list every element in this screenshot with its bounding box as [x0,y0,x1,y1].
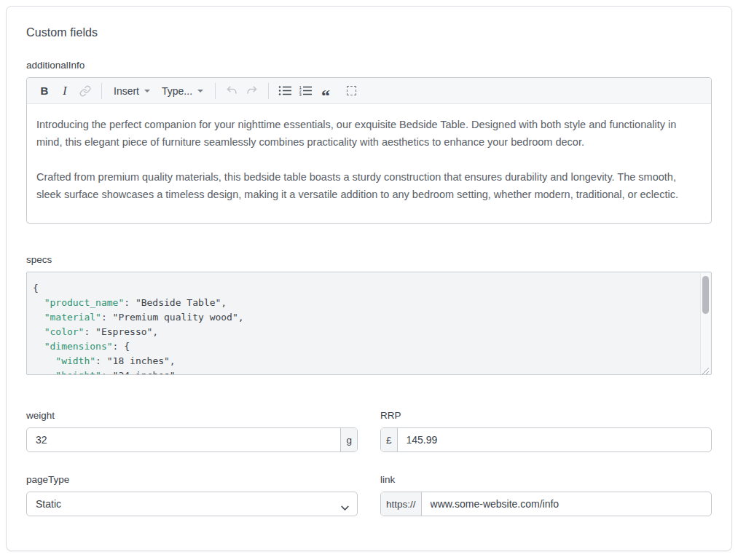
rrp-field: RRP £ [380,410,712,452]
type-dropdown[interactable]: Type... [156,82,209,100]
page-type-label: pageType [26,474,358,485]
italic-button[interactable]: I [55,82,74,100]
editor-paragraph: Crafted from premium quality materials, … [36,168,702,203]
type-dropdown-label: Type... [162,85,192,97]
link-input[interactable] [422,492,711,516]
link-label: link [380,474,712,485]
block-format-button[interactable] [342,82,361,100]
chevron-down-icon [144,90,150,92]
custom-fields-card: Custom fields additionalInfo B I Insert … [6,6,732,551]
code-line: "product_name": "Bedside Table", [33,296,695,310]
additional-info-section: additionalInfo B I Insert Type... [26,60,712,224]
page-title: Custom fields [26,26,712,39]
toolbar-divider [268,83,269,99]
resize-grip[interactable] [702,365,710,373]
specs-label: specs [26,254,712,265]
weight-unit-suffix: g [340,428,357,451]
rrp-input-group: £ [380,427,712,452]
code-line: "width": "18 inches", [33,354,695,368]
blockquote-icon: “ [321,83,330,99]
rich-text-editor: B I Insert Type... [26,77,712,224]
weight-label: weight [26,410,358,421]
editor-paragraph: Introducing the perfect companion for yo… [36,116,702,151]
insert-dropdown[interactable]: Insert [108,82,156,100]
insert-dropdown-label: Insert [114,85,139,97]
page-type-select-wrap: Static [26,492,358,516]
bold-button[interactable]: B [35,82,54,100]
weight-field: weight g [26,410,358,452]
protocol-prefix: https:// [381,492,422,516]
blockquote-button[interactable]: “ [316,82,335,100]
dashed-box-icon [347,86,356,95]
toolbar-divider [215,83,216,99]
redo-icon [246,85,259,96]
rrp-label: RRP [380,410,712,421]
editor-content[interactable]: Introducing the perfect companion for yo… [27,104,711,224]
code-line: "dimensions": { [33,339,695,354]
code-line: { [33,281,695,296]
additional-info-label: additionalInfo [26,60,712,71]
link-field: link https:// [380,474,712,516]
specs-code-editor[interactable]: { "product_name": "Bedside Table", "mate… [26,272,712,375]
numbered-list-icon: 123 [299,85,313,96]
bullet-list-button[interactable] [275,82,294,100]
svg-text:3: 3 [299,92,301,96]
weight-input-group: g [26,427,358,452]
specs-section: specs { "product_name": "Bedside Table",… [26,254,712,375]
undo-button[interactable] [222,82,241,100]
code-line: "height": "24 inches", [33,368,695,375]
scrollbar-track[interactable] [700,273,710,374]
currency-prefix: £ [381,428,398,451]
fields-row-2: pageType Static link https:// [26,474,712,516]
editor-toolbar: B I Insert Type... [27,78,711,104]
bullet-list-icon [278,85,292,96]
code-line: "color": "Espresso", [33,325,695,339]
link-input-group: https:// [380,492,712,516]
rrp-input[interactable] [398,428,711,451]
code-line: "material": "Premium quality wood", [33,310,695,325]
scrollbar-thumb[interactable] [702,276,709,314]
chevron-down-icon [197,90,203,92]
link-button[interactable] [76,82,95,100]
redo-button[interactable] [243,82,262,100]
link-icon [79,85,91,97]
toolbar-divider [101,83,102,99]
page-type-select[interactable]: Static [26,492,358,516]
page-type-field: pageType Static [26,474,358,516]
undo-icon [225,85,238,96]
weight-input[interactable] [27,428,340,451]
numbered-list-button[interactable]: 123 [296,82,315,100]
fields-row-1: weight g RRP £ [26,410,712,452]
